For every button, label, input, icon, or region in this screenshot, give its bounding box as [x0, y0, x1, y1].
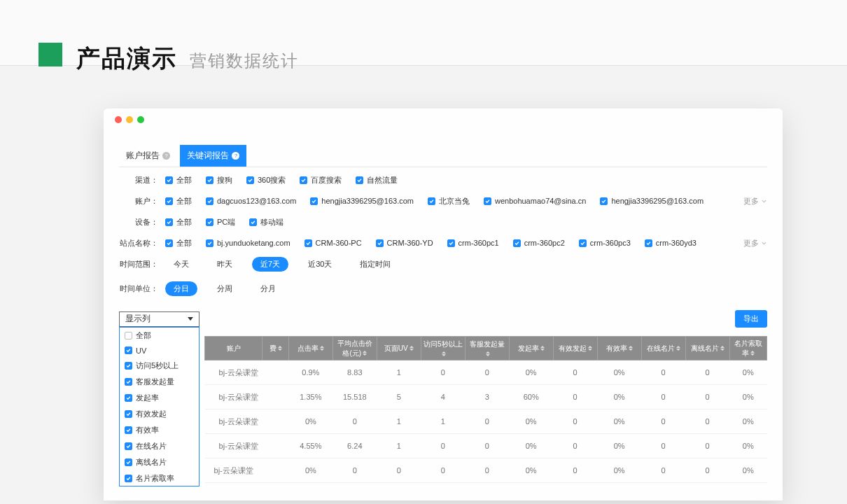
table-cell: 4.55% [288, 434, 332, 458]
filter-checkbox[interactable]: 全部 [165, 196, 192, 206]
column-option[interactable]: 离线名片 [120, 454, 199, 470]
time-option[interactable]: 分月 [252, 281, 284, 296]
sort-icon[interactable] [588, 346, 592, 351]
chevron-down-icon [761, 240, 767, 246]
help-icon[interactable]: ? [162, 152, 170, 160]
more-link[interactable]: 更多 [743, 238, 767, 248]
time-option[interactable]: 近30天 [300, 257, 340, 272]
filter-checkbox[interactable]: crm-360pc3 [579, 239, 631, 247]
table-header-cell[interactable]: 发起率 [509, 337, 553, 360]
table-cell: 0% [509, 458, 553, 483]
table-cell [262, 360, 289, 385]
minimize-icon[interactable] [126, 116, 133, 123]
filter-checkbox[interactable]: 自然流量 [356, 175, 398, 186]
sort-icon[interactable] [629, 346, 633, 351]
column-option[interactable]: 在线名片 [120, 438, 199, 454]
filter-account: 账户：全部dagcuos123@163.comhengjia3396295@16… [119, 194, 767, 208]
time-option[interactable]: 昨天 [209, 257, 241, 272]
sort-icon[interactable] [676, 346, 680, 351]
column-select-display[interactable]: 显示列 [119, 312, 200, 327]
close-icon[interactable] [115, 116, 122, 123]
table-cell: 0 [685, 410, 729, 434]
time-option[interactable]: 指定时间 [351, 257, 399, 272]
column-option[interactable]: 名片索取率 [120, 470, 199, 486]
table-header-cell[interactable]: 访问5秒以上 [421, 337, 465, 360]
checkbox-icon [125, 426, 132, 434]
export-button[interactable]: 导出 [735, 310, 767, 328]
checkbox-icon [300, 176, 307, 184]
checkbox-label: crm-360pc2 [524, 239, 565, 247]
table-cell: 0 [553, 410, 597, 434]
sort-icon[interactable] [442, 351, 446, 356]
tab-keyword-report[interactable]: 关键词报告 ? [180, 145, 246, 167]
column-option[interactable]: 客服发起量 [120, 374, 199, 390]
more-link[interactable]: 更多 [743, 196, 767, 206]
column-option[interactable]: 发起率 [120, 390, 199, 406]
column-select[interactable]: 显示列 全部UV访问5秒以上客服发起量发起率有效发起有效率在线名片离线名片名片索… [119, 312, 200, 327]
sort-icon[interactable] [363, 351, 367, 356]
sort-icon[interactable] [720, 346, 724, 351]
tab-account-report[interactable]: 账户报告 ? [119, 145, 177, 167]
table-header-cell[interactable]: 在线名片 [641, 337, 685, 360]
sort-icon[interactable] [750, 351, 755, 356]
tab-label: 关键词报告 [187, 150, 229, 162]
sort-icon[interactable] [540, 346, 545, 351]
sort-icon[interactable] [278, 346, 282, 351]
sort-icon[interactable] [486, 351, 490, 356]
filter-checkbox[interactable]: 百度搜索 [300, 175, 342, 186]
filter-checkbox[interactable]: 搜狗 [206, 175, 232, 186]
filter-checkbox[interactable]: hengjia3396295@163.com [310, 197, 414, 205]
time-option[interactable]: 近7天 [252, 257, 288, 272]
filter-checkbox[interactable]: 北京当兔 [428, 196, 470, 206]
checkbox-label: CRM-360-YD [387, 239, 433, 247]
filter-label: 设备： [119, 217, 158, 227]
filter-checkbox[interactable]: 移动端 [249, 217, 284, 227]
table-header-cell[interactable]: 账户 [205, 337, 262, 360]
table-header-row: 账户费点击率平均点击价格(元)页面UV访问5秒以上客服发起量发起率有效发起有效率… [205, 337, 767, 360]
filter-checkbox[interactable]: crm-360pc1 [447, 239, 499, 247]
filter-checkbox[interactable]: bj.yunduoketang.com [206, 239, 290, 247]
filter-checkbox[interactable]: dagcuos123@163.com [206, 197, 296, 205]
column-option[interactable]: UV [120, 344, 199, 358]
table-header-cell[interactable]: 平均点击价格(元) [332, 337, 377, 360]
sort-icon[interactable] [410, 346, 414, 351]
table-header-cell[interactable]: 页面UV [377, 337, 421, 360]
filter-timeunit: 时间单位：分日分周分月 [119, 281, 767, 296]
table-cell: 0 [641, 385, 685, 410]
filter-timerange: 时间范围：今天昨天近7天近30天指定时间 [119, 257, 767, 272]
filter-checkbox[interactable]: 全部 [165, 238, 192, 248]
filter-checkbox[interactable]: wenbohuamao74@sina.cn [484, 197, 586, 205]
maximize-icon[interactable] [137, 116, 144, 123]
column-option[interactable]: 有效率 [120, 422, 199, 438]
filter-checkbox[interactable]: crm-360yd3 [645, 239, 696, 247]
filter-checkbox[interactable]: hengjia3396295@163.com [600, 197, 704, 205]
column-option[interactable]: 全部 [120, 328, 199, 344]
table-header-cell[interactable]: 有效发起 [553, 337, 597, 360]
help-icon[interactable]: ? [232, 152, 239, 160]
checkbox-icon [165, 176, 173, 184]
table-header-cell[interactable]: 名片索取率 [729, 337, 766, 360]
table-row: bj-云朵课堂0%00000%00%000% [205, 458, 767, 483]
sort-icon[interactable] [320, 346, 324, 351]
table-header-cell[interactable]: 点击率 [288, 337, 332, 360]
column-option[interactable]: 访问5秒以上 [120, 358, 199, 374]
filter-checkbox[interactable]: crm-360pc2 [513, 239, 565, 247]
filter-checkbox[interactable]: 全部 [165, 175, 192, 186]
table-header-cell[interactable]: 离线名片 [685, 337, 729, 360]
filter-checkbox[interactable]: PC端 [206, 217, 235, 227]
filter-checkbox[interactable]: CRM-360-YD [376, 239, 433, 247]
filter-checkbox[interactable]: 360搜索 [246, 175, 286, 186]
table-cell: 0 [377, 458, 421, 483]
table-cell: 0% [729, 410, 766, 434]
time-option[interactable]: 分日 [165, 281, 197, 296]
table-header-cell[interactable]: 有效率 [597, 337, 641, 360]
time-option[interactable]: 分周 [209, 281, 241, 296]
column-option[interactable]: 有效发起 [120, 406, 199, 422]
table-header-cell[interactable]: 客服发起量 [465, 337, 509, 360]
filter-checkbox[interactable]: 全部 [165, 217, 192, 227]
table-cell: 0 [421, 434, 465, 458]
table-cell: 1 [377, 410, 421, 434]
table-header-cell[interactable]: 费 [262, 337, 289, 360]
filter-checkbox[interactable]: CRM-360-PC [304, 239, 362, 247]
time-option[interactable]: 今天 [165, 257, 197, 272]
